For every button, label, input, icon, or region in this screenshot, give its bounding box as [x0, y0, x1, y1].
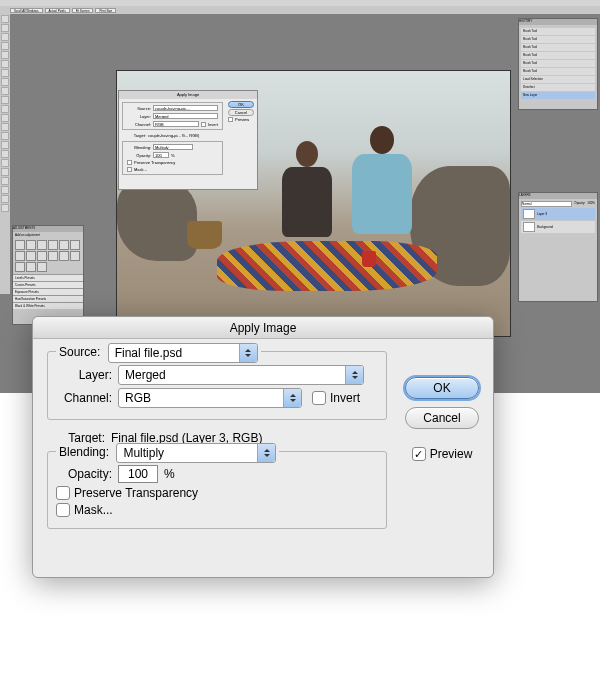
- source-select[interactable]: Final file.psd: [108, 343, 258, 363]
- history-item[interactable]: New Layer: [521, 92, 595, 99]
- source-select[interactable]: couple-having-pic...: [153, 105, 218, 111]
- tool-icon[interactable]: [1, 15, 9, 23]
- adjustment-icon[interactable]: [48, 240, 58, 250]
- source-fieldset: Source: Final file.psd Layer: Merged Cha…: [47, 351, 387, 420]
- image-content: [347, 126, 417, 266]
- tool-icon[interactable]: [1, 33, 9, 41]
- layer-thumb-icon: [523, 209, 535, 219]
- label: Layer:: [127, 114, 151, 119]
- mask-checkbox[interactable]: [127, 167, 132, 172]
- adjustment-icon[interactable]: [37, 240, 47, 250]
- tool-icon[interactable]: [1, 42, 9, 50]
- tool-icon[interactable]: [1, 132, 9, 140]
- image-content: [187, 221, 222, 249]
- adjustment-icon[interactable]: [15, 251, 25, 261]
- preview-checkbox[interactable]: [228, 117, 233, 122]
- tool-icon[interactable]: [1, 105, 9, 113]
- tool-icon[interactable]: [1, 123, 9, 131]
- adjustment-icon[interactable]: [70, 240, 80, 250]
- cancel-button[interactable]: Cancel: [228, 109, 254, 116]
- history-item[interactable]: Brush Tool: [521, 52, 595, 59]
- tool-icon[interactable]: [1, 168, 9, 176]
- preset-item[interactable]: Black & White Presets: [13, 302, 83, 309]
- invert-checkbox[interactable]: [312, 391, 326, 405]
- preserve-checkbox[interactable]: [127, 160, 132, 165]
- opacity-input[interactable]: 100: [153, 152, 169, 158]
- adjustment-icon[interactable]: [26, 262, 36, 272]
- tool-icon[interactable]: [1, 51, 9, 59]
- preview-checkbox[interactable]: [412, 447, 426, 461]
- invert-checkbox[interactable]: [201, 122, 206, 127]
- preset-item[interactable]: Curves Presets: [13, 281, 83, 288]
- chevron-updown-icon: [257, 444, 275, 462]
- label: Layer:: [56, 368, 118, 382]
- opt-btn[interactable]: Actual Pixels: [45, 8, 70, 13]
- opt-btn[interactable]: Print Size: [95, 8, 116, 13]
- adjustment-icon[interactable]: [15, 262, 25, 272]
- history-panel: HISTORY Brush Tool Brush Tool Brush Tool…: [518, 18, 598, 110]
- history-item[interactable]: Brush Tool: [521, 60, 595, 67]
- history-item[interactable]: Brush Tool: [521, 68, 595, 75]
- opt-btn[interactable]: Scroll All Windows: [10, 8, 43, 13]
- tool-icon[interactable]: [1, 159, 9, 167]
- layer-item[interactable]: Background: [521, 221, 595, 233]
- layer-select[interactable]: Merged: [153, 113, 218, 119]
- layer-select[interactable]: Merged: [118, 365, 364, 385]
- tool-icon[interactable]: [1, 114, 9, 122]
- adjustment-icon[interactable]: [59, 251, 69, 261]
- image-content: [362, 251, 376, 267]
- tool-icon[interactable]: [1, 177, 9, 185]
- tool-icon[interactable]: [1, 141, 9, 149]
- layer-value: Merged: [125, 368, 166, 382]
- ok-button[interactable]: OK: [228, 101, 254, 108]
- blending-select[interactable]: Multiply: [116, 443, 276, 463]
- channel-select[interactable]: RGB: [153, 121, 199, 127]
- opacity-value[interactable]: 100%: [587, 201, 595, 207]
- tool-icon[interactable]: [1, 195, 9, 203]
- adjustment-icon[interactable]: [37, 251, 47, 261]
- preset-item[interactable]: Exposure Presets: [13, 288, 83, 295]
- tool-icon[interactable]: [1, 24, 9, 32]
- layer-item[interactable]: Layer 3: [521, 208, 595, 220]
- channel-select[interactable]: RGB: [118, 388, 302, 408]
- pct-label: %: [164, 467, 175, 481]
- mask-checkbox[interactable]: [56, 503, 70, 517]
- history-item[interactable]: Brush Tool: [521, 28, 595, 35]
- source-value: Final file.psd: [115, 346, 182, 360]
- adjustment-icon[interactable]: [37, 262, 47, 272]
- tool-icon[interactable]: [1, 204, 9, 212]
- history-item[interactable]: Load Selection: [521, 76, 595, 83]
- tool-icon[interactable]: [1, 96, 9, 104]
- layer-name: Layer 3: [537, 212, 547, 216]
- mask-label: Mask...: [134, 167, 147, 172]
- adjustment-icon[interactable]: [26, 240, 36, 250]
- label: Blending:: [59, 445, 109, 459]
- opt-btn[interactable]: Fit Screen: [72, 8, 94, 13]
- blend-mode-select[interactable]: Normal: [521, 201, 572, 207]
- tool-icon[interactable]: [1, 69, 9, 77]
- preset-item[interactable]: Levels Presets: [13, 274, 83, 281]
- blending-select[interactable]: Multiply: [153, 144, 193, 150]
- history-item[interactable]: Deselect: [521, 84, 595, 91]
- preview-label: Preview: [430, 447, 473, 461]
- adjustment-icon[interactable]: [48, 251, 58, 261]
- cancel-button[interactable]: Cancel: [405, 407, 479, 429]
- adjustment-icon[interactable]: [15, 240, 25, 250]
- target-text: couple-having-pi... G... RGB): [148, 133, 199, 138]
- preset-item[interactable]: Hue/Saturation Presets: [13, 295, 83, 302]
- image-content: [277, 141, 337, 261]
- adjustment-icon[interactable]: [59, 240, 69, 250]
- preview-label: Preview: [235, 117, 249, 122]
- tool-icon[interactable]: [1, 78, 9, 86]
- history-item[interactable]: Brush Tool: [521, 44, 595, 51]
- history-item[interactable]: Brush Tool: [521, 36, 595, 43]
- tool-icon[interactable]: [1, 150, 9, 158]
- tool-icon[interactable]: [1, 186, 9, 194]
- adjustment-icon[interactable]: [26, 251, 36, 261]
- adjustment-icon[interactable]: [70, 251, 80, 261]
- ok-button[interactable]: OK: [405, 377, 479, 399]
- tool-icon[interactable]: [1, 87, 9, 95]
- preserve-transparency-checkbox[interactable]: [56, 486, 70, 500]
- tool-icon[interactable]: [1, 60, 9, 68]
- opacity-input[interactable]: [118, 465, 158, 483]
